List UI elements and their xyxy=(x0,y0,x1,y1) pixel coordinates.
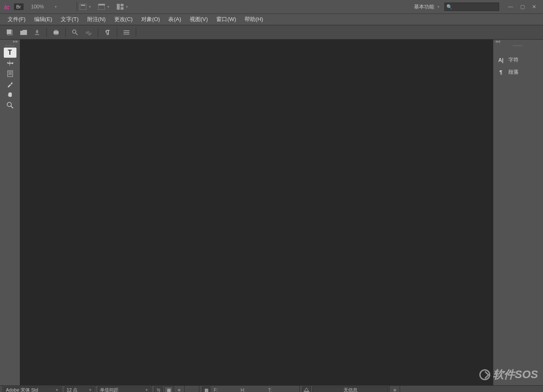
arrange-button[interactable]: ▼ xyxy=(117,4,129,10)
menu-text[interactable]: 文字(T) xyxy=(56,16,83,23)
position-f: F: xyxy=(214,387,237,392)
zoom-select[interactable]: 100% ▼ xyxy=(30,4,70,10)
minimize-button[interactable]: — xyxy=(508,4,513,10)
panel-menu-button[interactable] xyxy=(121,27,132,37)
position-t: T: xyxy=(268,387,291,392)
menu-view[interactable]: 视图(V) xyxy=(185,16,212,23)
type-tool[interactable]: T xyxy=(4,48,16,58)
columns-button-2[interactable]: ▦ xyxy=(164,387,173,392)
open-button[interactable] xyxy=(18,27,30,37)
view-options-button[interactable]: ▼ xyxy=(98,4,110,10)
info-display: 无信息 xyxy=(312,387,388,392)
save-button[interactable] xyxy=(31,27,43,37)
chevron-down-icon: ▼ xyxy=(145,388,148,392)
zoom-tool[interactable] xyxy=(4,100,16,110)
separator xyxy=(117,28,117,37)
font-select[interactable]: Adobe 宋体 Std ▼ xyxy=(4,387,61,392)
expand-toolbox-button[interactable]: ▶▶ xyxy=(0,40,20,44)
font-size-select[interactable]: 12 点 ▼ xyxy=(65,387,94,392)
separator xyxy=(136,28,136,37)
position-t-field[interactable] xyxy=(273,387,291,392)
hand-tool[interactable] xyxy=(4,90,16,100)
separator xyxy=(77,2,77,11)
menu-notes[interactable]: 附注(N) xyxy=(83,16,110,23)
menu-button[interactable]: ≡ xyxy=(390,387,399,392)
columns-button-1[interactable]: ½ xyxy=(154,387,163,392)
character-panel-tab[interactable]: A| 字符 xyxy=(493,54,543,66)
chevron-down-icon: ▼ xyxy=(437,5,440,9)
svg-rect-11 xyxy=(54,34,58,35)
position-tool[interactable] xyxy=(4,58,16,68)
type-icon: T xyxy=(8,49,12,56)
menu-bar: 文件(F) 编辑(E) 文字(T) 附注(N) 更改(C) 对象(O) 表(A)… xyxy=(0,14,543,25)
workspace-select[interactable]: 基本功能 ▼ xyxy=(414,3,440,11)
chevron-down-icon: ▼ xyxy=(107,5,110,9)
app-logo: Ic xyxy=(0,3,14,11)
menu-table[interactable]: 表(A) xyxy=(164,16,185,23)
bridge-button[interactable]: Br xyxy=(14,3,24,10)
font-value: Adobe 宋体 Std xyxy=(6,387,38,392)
svg-rect-3 xyxy=(98,4,105,5)
maximize-button[interactable]: ▢ xyxy=(519,4,525,10)
svg-rect-10 xyxy=(54,30,58,31)
svg-point-23 xyxy=(7,102,11,107)
eyedropper-tool[interactable] xyxy=(4,79,16,89)
search-icon: 🔍 xyxy=(446,4,452,10)
title-bar: Ic Br 100% ▼ ▼ ▼ ▼ 基本功能 ▼ 🔍 — ▢ ✕ xyxy=(0,0,543,14)
print-button[interactable] xyxy=(50,27,62,37)
drag-handle[interactable] xyxy=(0,44,20,47)
svg-rect-1 xyxy=(81,5,85,6)
chevron-down-icon: ▼ xyxy=(55,388,59,392)
grid-icon[interactable]: ▦ xyxy=(202,387,210,392)
svg-rect-4 xyxy=(117,4,120,10)
drag-handle[interactable] xyxy=(493,44,543,47)
find-button[interactable] xyxy=(69,27,81,37)
position-h-field[interactable] xyxy=(247,387,265,392)
collapse-panel-button[interactable]: ◀◀ xyxy=(493,40,543,44)
menu-window[interactable]: 窗口(W) xyxy=(212,16,240,23)
right-panel: ◀◀ A| 字符 ¶ 段落 xyxy=(493,40,543,385)
measure-icon[interactable] xyxy=(302,387,311,392)
spacing-value: 单倍间距 xyxy=(100,387,118,392)
chevron-down-icon: ▼ xyxy=(125,5,129,9)
status-bar: Adobe 宋体 Std ▼ 12 点 ▼ 单倍间距 ▼ ½ ▦ ≡ ▦ F: … xyxy=(0,385,543,392)
paragraph-panel-tab[interactable]: ¶ 段落 xyxy=(493,66,543,78)
note-tool[interactable] xyxy=(4,69,16,79)
paragraph-button[interactable] xyxy=(102,27,113,37)
close-button[interactable]: ✕ xyxy=(531,4,537,10)
search-input[interactable]: 🔍 xyxy=(444,3,499,11)
separator xyxy=(65,28,66,37)
menu-object[interactable]: 对象(O) xyxy=(137,16,164,23)
svg-rect-6 xyxy=(121,7,124,10)
size-value: 12 点 xyxy=(67,387,78,392)
svg-text:ab: ab xyxy=(86,30,90,35)
svg-point-12 xyxy=(73,30,76,33)
character-icon: A| xyxy=(497,57,504,63)
zoom-value: 100% xyxy=(31,4,44,10)
line-spacing-select[interactable]: 单倍间距 ▼ xyxy=(98,387,151,392)
menu-file[interactable]: 文件(F) xyxy=(3,16,30,23)
document-canvas[interactable] xyxy=(20,40,493,385)
svg-rect-9 xyxy=(54,31,59,34)
spell-check-button[interactable]: ab xyxy=(83,27,94,37)
menu-button[interactable]: ≡ xyxy=(175,387,183,392)
chevron-down-icon: ▼ xyxy=(88,5,91,9)
chevron-down-icon: ▼ xyxy=(89,388,92,392)
new-button[interactable] xyxy=(4,27,16,37)
workspace-label: 基本功能 xyxy=(414,3,434,11)
menu-changes[interactable]: 更改(C) xyxy=(110,16,137,23)
paragraph-icon: ¶ xyxy=(497,69,504,75)
position-f-field[interactable] xyxy=(220,387,237,392)
menu-edit[interactable]: 编辑(E) xyxy=(30,16,56,23)
main-area: ▶▶ T ◀◀ A| 字符 ¶ 段落 软件SOS xyxy=(0,40,543,385)
svg-rect-8 xyxy=(7,29,11,34)
svg-line-13 xyxy=(75,33,78,35)
panel-label: 段落 xyxy=(508,69,519,76)
svg-rect-5 xyxy=(121,4,124,6)
menu-help[interactable]: 帮助(H) xyxy=(240,16,267,23)
separator xyxy=(98,28,98,37)
screen-mode-button[interactable]: ▼ xyxy=(80,4,91,10)
position-h: H: xyxy=(241,387,265,392)
toolbox: ▶▶ T xyxy=(0,40,20,385)
svg-rect-19 xyxy=(8,71,13,77)
